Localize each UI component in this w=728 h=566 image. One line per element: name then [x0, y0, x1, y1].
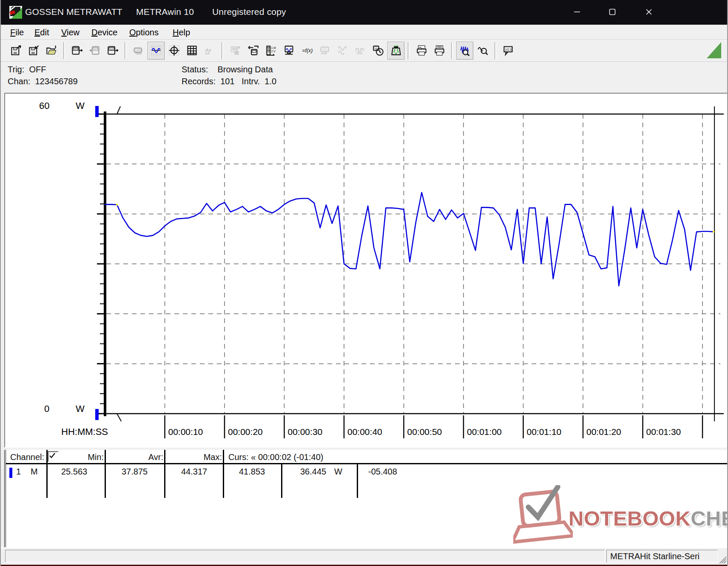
read-from-device-button[interactable]: 321	[68, 42, 85, 60]
channel-checkbox[interactable]	[48, 451, 59, 462]
resize-grip[interactable]	[717, 554, 726, 563]
channel-mode: M	[31, 467, 38, 477]
interval-value: 1.0	[264, 77, 276, 86]
digital-icon	[355, 45, 366, 56]
x-tick-label: 00:00:50	[407, 427, 442, 437]
save-as-button[interactable]	[7, 42, 24, 60]
toolbar-separator	[63, 42, 65, 59]
maximize-button[interactable]	[603, 3, 622, 20]
cursor2-unit: W	[334, 467, 342, 477]
xy-view-button[interactable]	[165, 42, 182, 60]
status-value: Browsing Data	[218, 65, 273, 74]
power-line-chart[interactable]: 00:00:1000:00:2000:00:3000:00:4000:00:50…	[5, 94, 727, 447]
table-divider	[46, 450, 48, 498]
x-tick-label: 00:00:20	[228, 427, 263, 437]
device-status-button[interactable]	[387, 42, 404, 60]
table-divider	[223, 450, 224, 498]
write-to-device-button: 321	[86, 42, 103, 60]
formula-icon: =f(x)	[301, 45, 313, 56]
clock-icon: 12	[373, 45, 384, 56]
menu-device[interactable]: Device	[89, 27, 120, 38]
zoom-curve-icon	[477, 45, 489, 56]
x-tick-label: 00:01:20	[586, 427, 621, 437]
min-value: 25.563	[61, 467, 87, 477]
annotation-button[interactable]: 1/2.3	[500, 42, 517, 60]
zoom-time-icon	[459, 45, 471, 56]
corner-resize-triangle[interactable]	[707, 42, 721, 58]
save-icon	[28, 45, 40, 56]
header-max: Max:	[168, 450, 222, 464]
minimize-button[interactable]	[567, 3, 587, 20]
menu-bar: FileEditViewDeviceOptionsHelp	[1, 25, 727, 40]
svg-text:M: M	[110, 48, 113, 51]
store-device-icon	[247, 45, 259, 56]
cursor1-mark[interactable]	[117, 106, 120, 114]
x-tick-label: 00:00:30	[288, 427, 323, 437]
formula-button[interactable]: =f(x)	[298, 42, 315, 60]
histogram-icon	[204, 45, 216, 56]
delta-value: -05.408	[368, 467, 397, 477]
save-button[interactable]	[25, 42, 42, 60]
print-preview-button[interactable]	[413, 42, 430, 60]
header-channel: Channel:	[10, 450, 48, 464]
chan-label: Chan:	[8, 77, 30, 86]
y-min-label: 0	[44, 403, 49, 414]
toolbar-separator	[451, 42, 453, 59]
y-unit-bottom-label: W	[76, 403, 85, 414]
schedule-button[interactable]: 12	[370, 42, 387, 60]
table-divider	[164, 450, 165, 498]
store-to-device-button[interactable]	[245, 42, 262, 60]
graph-icon	[151, 45, 162, 56]
brand-title: GOSSEN METRAWATT	[25, 7, 122, 17]
svg-text:1/2.3: 1/2.3	[505, 48, 511, 51]
graph-view-button[interactable]	[148, 42, 165, 60]
records-status: Records: 101 Intrv. 1.0	[182, 77, 276, 86]
print-button[interactable]	[431, 42, 448, 60]
chan-value: 123456789	[35, 77, 78, 86]
menu-options[interactable]: Options	[127, 27, 161, 38]
toolbar-separator	[495, 42, 496, 59]
menu-file[interactable]: File	[8, 27, 26, 38]
menu-help[interactable]: Help	[170, 27, 193, 38]
note-icon: 1/2.3	[503, 45, 514, 56]
table-divider	[281, 464, 282, 498]
chart-panel[interactable]: 00:00:1000:00:2000:00:3000:00:4000:00:50…	[4, 93, 728, 448]
close-button[interactable]	[639, 3, 659, 20]
save-as-icon	[10, 45, 22, 56]
channel-number: 1	[16, 467, 21, 477]
table-view-button[interactable]	[183, 42, 200, 60]
status-label: Status:	[182, 65, 208, 74]
acquisition-status: Status: Browsing Data	[182, 65, 273, 74]
print-icon	[434, 45, 445, 56]
device-display-button: 321	[316, 42, 333, 60]
channel-setup-button[interactable]: 1:M2:V	[262, 42, 279, 60]
cursor2-value: 36.445	[300, 467, 326, 477]
x-axis-label: HH:MM:SS	[61, 426, 108, 437]
channel-color-bar	[9, 468, 12, 478]
status-bar: METRAHit Starline-Seri	[1, 547, 727, 565]
device-write-icon: 321	[89, 45, 101, 56]
export-config-button	[227, 42, 244, 60]
close-icon	[646, 9, 652, 15]
trig-value: OFF	[29, 65, 46, 74]
menu-edit[interactable]: Edit	[32, 27, 51, 38]
measurement-table: Channel: Min: Avr: Max: Curs: « 00:00:02…	[4, 450, 728, 547]
svg-text:321: 321	[94, 47, 98, 50]
x-tick-label: 00:00:40	[347, 427, 382, 437]
zoom-amplitude-button[interactable]	[474, 42, 491, 60]
serial-icon: 1257	[133, 45, 144, 56]
table-icon	[186, 45, 198, 56]
svg-text:2:V: 2:V	[271, 50, 276, 53]
open-button[interactable]	[43, 42, 60, 60]
trig-label: Trig:	[8, 65, 24, 74]
live-monitor-button[interactable]	[280, 42, 297, 60]
zoom-time-button[interactable]	[456, 42, 473, 60]
channel-marker-top	[95, 106, 99, 117]
device-name-panel: METRAHit Starline-Seri	[606, 550, 718, 563]
svg-text:1257: 1257	[135, 49, 141, 52]
info-strip: Trig: OFF Chan: 123456789 Status: Browsi…	[1, 62, 727, 90]
analog-output-button	[334, 42, 351, 60]
read-device-memory-button[interactable]: M	[104, 42, 121, 60]
records-value: 101	[220, 77, 234, 86]
menu-view[interactable]: View	[59, 27, 82, 38]
